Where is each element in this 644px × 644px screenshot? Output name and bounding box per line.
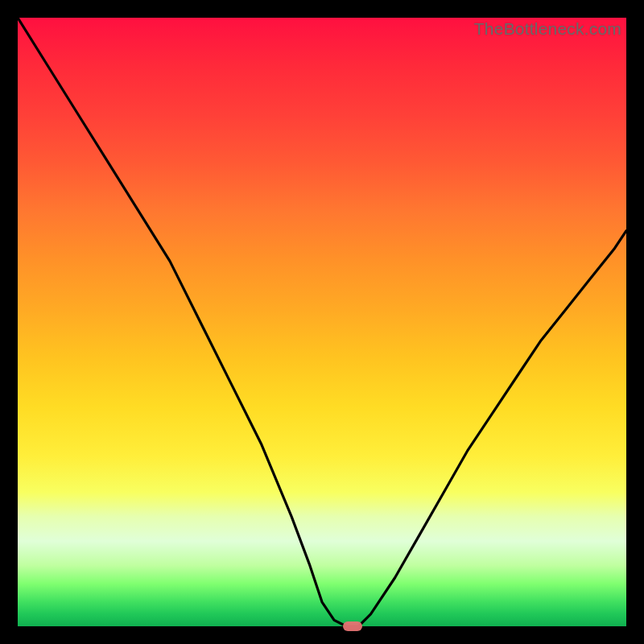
bottleneck-curve <box>18 18 626 626</box>
plot-area: TheBottleneck.com <box>18 18 626 626</box>
optimum-marker <box>343 621 362 631</box>
watermark-text: TheBottleneck.com <box>474 19 621 39</box>
chart-frame: TheBottleneck.com <box>0 0 644 644</box>
